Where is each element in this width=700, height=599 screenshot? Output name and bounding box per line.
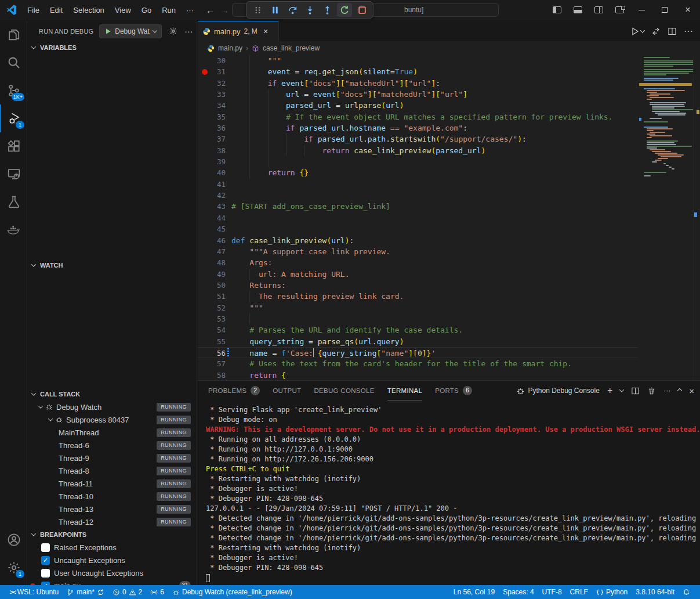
terminal-output[interactable]: * Serving Flask app 'create_link_preview… bbox=[198, 400, 700, 583]
code-editor[interactable]: 30 """31 event = req.get_json(silent=Tru… bbox=[198, 55, 638, 380]
statusbar-indentation[interactable]: Spaces: 4 bbox=[499, 588, 538, 596]
breakpoint-gutter[interactable] bbox=[198, 257, 211, 268]
maximize-panel-icon[interactable] bbox=[677, 388, 682, 393]
section-watch[interactable]: WATCH bbox=[27, 259, 197, 272]
menu-item[interactable]: ··· bbox=[181, 3, 199, 17]
callstack-row-thread-11[interactable]: Thread-11RUNNING bbox=[27, 477, 197, 490]
menu-run[interactable]: Run bbox=[157, 3, 181, 17]
activity-item-manage[interactable]: 1 bbox=[0, 554, 27, 582]
breakpoint-row-user-uncaught-exceptions[interactable]: User Uncaught Exceptions bbox=[27, 566, 197, 579]
breakpoint-gutter[interactable] bbox=[198, 280, 211, 291]
panel-tab-ports[interactable]: PORTS6 bbox=[435, 381, 472, 400]
statusbar-eol[interactable]: CRLF bbox=[566, 588, 592, 596]
start-debug-icon[interactable] bbox=[104, 28, 111, 35]
open-changes-icon[interactable] bbox=[651, 27, 661, 36]
new-terminal-plus-icon[interactable]: + bbox=[607, 385, 612, 396]
editor-more-actions-icon[interactable]: ··· bbox=[684, 26, 693, 37]
callstack-row-thread-8[interactable]: Thread-8RUNNING bbox=[27, 464, 197, 477]
breakpoint-gutter[interactable] bbox=[198, 89, 211, 100]
tab-main-py[interactable]: main.py 2, M × bbox=[198, 21, 279, 41]
callstack-row-debug-watch[interactable]: Debug WatchRUNNING bbox=[27, 400, 197, 413]
menu-view[interactable]: View bbox=[110, 3, 136, 17]
section-variables[interactable]: VARIABLES bbox=[27, 41, 197, 54]
tab-close-icon[interactable]: × bbox=[263, 27, 268, 36]
statusbar-problems-status[interactable]: 02 bbox=[108, 588, 146, 596]
breakpoint-gutter[interactable] bbox=[198, 190, 211, 201]
breakpoint-gutter[interactable] bbox=[198, 100, 211, 111]
statusbar-encoding[interactable]: UTF-8 bbox=[538, 588, 566, 596]
breakpoint-gutter[interactable] bbox=[198, 291, 211, 302]
breakpoint-gutter[interactable] bbox=[198, 167, 211, 178]
activity-item-accounts[interactable] bbox=[0, 526, 27, 554]
activity-item-run-and-debug[interactable]: 1 bbox=[0, 104, 27, 132]
statusbar-python-version[interactable]: 3.8.10 64-bit bbox=[632, 588, 679, 596]
menu-file[interactable]: File bbox=[22, 3, 45, 17]
kill-terminal-icon[interactable] bbox=[647, 387, 656, 395]
breakpoint-gutter[interactable] bbox=[198, 133, 211, 145]
breakpoint-checkbox[interactable] bbox=[41, 543, 50, 552]
breakpoint-checkbox[interactable]: ✓ bbox=[41, 556, 50, 565]
statusbar-debug-status[interactable]: Debug Watch (create_link_preview) bbox=[168, 588, 296, 596]
callstack-row-subprocess-80437[interactable]: Subprocess 80437RUNNING bbox=[27, 413, 197, 426]
section-breakpoints[interactable]: BREAKPOINTS bbox=[27, 528, 197, 541]
step-into-button[interactable] bbox=[302, 3, 317, 17]
stop-button[interactable] bbox=[354, 3, 369, 17]
overview-ruler-scrollbar[interactable] bbox=[693, 55, 700, 380]
panel-tab-output[interactable]: OUTPUT bbox=[273, 381, 301, 400]
callstack-row-thread-12[interactable]: Thread-12RUNNING bbox=[27, 515, 197, 528]
panel-tab-terminal[interactable]: TERMINAL bbox=[387, 381, 423, 400]
run-python-file-button[interactable] bbox=[630, 27, 644, 36]
menu-selection[interactable]: Selection bbox=[68, 3, 109, 17]
breadcrumb-file[interactable]: main.py bbox=[218, 44, 242, 52]
toolbar-drag-handle[interactable] bbox=[250, 3, 265, 17]
breakpoint-gutter[interactable] bbox=[198, 269, 211, 280]
breakpoint-gutter[interactable] bbox=[198, 55, 211, 66]
breakpoint-gutter[interactable] bbox=[198, 212, 211, 223]
breakpoint-gutter[interactable] bbox=[198, 66, 211, 77]
activity-item-testing[interactable] bbox=[0, 188, 27, 216]
close-panel-icon[interactable]: × bbox=[689, 386, 694, 396]
split-editor-icon[interactable] bbox=[668, 27, 677, 36]
split-terminal-icon[interactable] bbox=[631, 387, 640, 395]
window-maximize-button[interactable] bbox=[655, 1, 674, 19]
restart-button[interactable] bbox=[337, 3, 352, 17]
section-call-stack[interactable]: CALL STACK bbox=[27, 388, 197, 400]
terminal-instance-python-debug-console[interactable]: Python Debug Console bbox=[516, 387, 599, 395]
breakpoint-gutter[interactable] bbox=[198, 324, 211, 335]
toggle-secondary-sidebar-icon[interactable] bbox=[590, 2, 607, 17]
breakpoint-gutter[interactable] bbox=[198, 313, 211, 324]
minimap[interactable] bbox=[638, 55, 693, 380]
statusbar-language-python[interactable]: Python bbox=[592, 588, 632, 596]
menu-edit[interactable]: Edit bbox=[45, 3, 68, 17]
breakpoint-gutter[interactable] bbox=[198, 348, 211, 358]
callstack-row-thread-9[interactable]: Thread-9RUNNING bbox=[27, 452, 197, 464]
breakpoint-gutter[interactable] bbox=[198, 370, 211, 380]
statusbar-branch-status[interactable]: main* bbox=[63, 588, 108, 596]
breakpoint-row-main-py[interactable]: ✓main.py31 bbox=[27, 579, 197, 585]
breakpoint-row-raised-exceptions[interactable]: Raised Exceptions bbox=[27, 541, 197, 554]
breakpoint-gutter[interactable] bbox=[198, 336, 211, 347]
breakpoint-gutter[interactable] bbox=[198, 145, 211, 156]
views-more-actions-icon[interactable]: ··· bbox=[184, 26, 193, 36]
callstack-row-thread-6[interactable]: Thread-6RUNNING bbox=[27, 439, 197, 452]
run-dropdown-icon[interactable] bbox=[640, 28, 645, 33]
callstack-row-thread-13[interactable]: Thread-13RUNNING bbox=[27, 503, 197, 515]
activity-item-remote-explorer[interactable] bbox=[0, 160, 27, 188]
statusbar-remote-indicator[interactable]: ><WSL: Ubuntu bbox=[6, 588, 63, 596]
statusbar-cursor-position[interactable]: Ln 56, Col 19 bbox=[449, 588, 499, 596]
statusbar-notifications-bell[interactable] bbox=[679, 588, 694, 596]
breakpoint-gutter[interactable] bbox=[198, 358, 211, 369]
breakpoint-gutter[interactable] bbox=[198, 235, 211, 246]
panel-more-actions-icon[interactable]: ··· bbox=[663, 387, 670, 395]
activity-item-explorer[interactable] bbox=[0, 21, 27, 49]
breadcrumb-symbol[interactable]: case_link_preview bbox=[263, 44, 320, 52]
breakpoint-row-uncaught-exceptions[interactable]: ✓Uncaught Exceptions bbox=[27, 554, 197, 566]
activity-item-source-control[interactable]: 1K+ bbox=[0, 77, 27, 104]
nav-back-icon[interactable]: ← bbox=[206, 5, 215, 15]
breakpoint-gutter[interactable] bbox=[198, 179, 211, 190]
panel-tab-debug-console[interactable]: DEBUG CONSOLE bbox=[314, 381, 374, 400]
menu-go[interactable]: Go bbox=[136, 3, 157, 17]
breakpoint-gutter[interactable] bbox=[198, 78, 211, 89]
step-out-button[interactable] bbox=[320, 3, 335, 17]
panel-tab-problems[interactable]: PROBLEMS2 bbox=[208, 381, 260, 400]
